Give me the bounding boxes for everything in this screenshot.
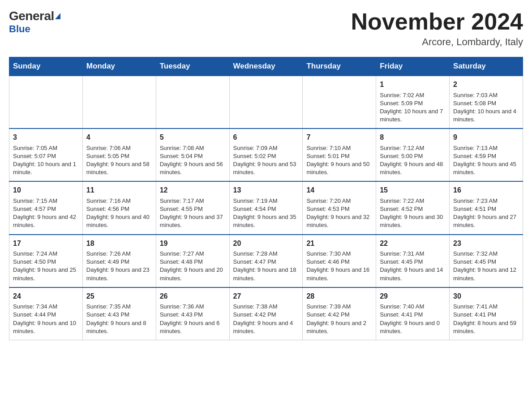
daylight-text: Daylight: 9 hours and 20 minutes. [160, 266, 223, 281]
sunrise-text: Sunrise: 7:23 AM [453, 197, 498, 204]
calendar-cell: 25Sunrise: 7:35 AMSunset: 4:43 PMDayligh… [82, 287, 156, 340]
daylight-text: Daylight: 9 hours and 6 minutes. [160, 320, 220, 334]
header-wednesday: Wednesday [229, 57, 303, 76]
day-number: 4 [86, 133, 152, 142]
calendar-cell: 7Sunrise: 7:10 AMSunset: 5:01 PMDaylight… [303, 128, 376, 181]
sunrise-text: Sunrise: 7:03 AM [453, 92, 498, 98]
day-number: 28 [306, 291, 372, 301]
calendar-cell: 4Sunrise: 7:06 AMSunset: 5:05 PMDaylight… [82, 128, 156, 181]
logo-general-text: General [9, 9, 60, 23]
daylight-text: Daylight: 9 hours and 40 minutes. [86, 214, 150, 228]
day-number: 12 [160, 185, 226, 195]
sunrise-text: Sunrise: 7:19 AM [233, 197, 278, 204]
page-header: General Blue November 2024 Arcore, Lomba… [9, 9, 523, 48]
calendar-cell: 16Sunrise: 7:23 AMSunset: 4:51 PMDayligh… [450, 181, 523, 234]
header-friday: Friday [376, 57, 450, 76]
calendar-week-row: 3Sunrise: 7:05 AMSunset: 5:07 PMDaylight… [9, 128, 523, 181]
sunrise-text: Sunrise: 7:20 AM [306, 197, 351, 204]
sunrise-text: Sunrise: 7:12 AM [380, 145, 424, 151]
calendar-week-row: 10Sunrise: 7:15 AMSunset: 4:57 PMDayligh… [9, 181, 523, 234]
daylight-text: Daylight: 10 hours and 4 minutes. [453, 108, 516, 123]
day-number: 1 [380, 80, 446, 90]
sunset-text: Sunset: 5:08 PM [453, 100, 496, 107]
calendar-cell: 1Sunrise: 7:02 AMSunset: 5:09 PMDaylight… [376, 76, 450, 128]
day-number: 11 [86, 185, 152, 195]
sunrise-text: Sunrise: 7:35 AM [86, 303, 131, 310]
daylight-text: Daylight: 9 hours and 42 minutes. [13, 214, 76, 228]
sunset-text: Sunset: 5:04 PM [160, 153, 203, 159]
day-number: 18 [86, 239, 152, 248]
sunrise-text: Sunrise: 7:36 AM [160, 303, 204, 310]
day-number: 13 [233, 185, 299, 195]
daylight-text: Daylight: 9 hours and 48 minutes. [380, 161, 443, 176]
day-number: 25 [86, 291, 152, 301]
calendar-cell: 30Sunrise: 7:41 AMSunset: 4:41 PMDayligh… [450, 287, 523, 340]
calendar-cell [9, 76, 83, 128]
sunset-text: Sunset: 4:50 PM [13, 258, 56, 265]
daylight-text: Daylight: 9 hours and 4 minutes. [233, 320, 293, 334]
calendar-cell: 13Sunrise: 7:19 AMSunset: 4:54 PMDayligh… [229, 181, 303, 234]
daylight-text: Daylight: 9 hours and 56 minutes. [160, 161, 223, 176]
daylight-text: Daylight: 9 hours and 45 minutes. [453, 161, 516, 176]
header-saturday: Saturday [450, 57, 523, 76]
day-number: 7 [306, 133, 372, 142]
sunset-text: Sunset: 4:45 PM [380, 258, 423, 265]
daylight-text: Daylight: 8 hours and 59 minutes. [453, 320, 516, 334]
calendar-cell: 11Sunrise: 7:16 AMSunset: 4:56 PMDayligh… [82, 181, 156, 234]
daylight-text: Daylight: 9 hours and 53 minutes. [233, 161, 296, 176]
calendar-cell: 28Sunrise: 7:39 AMSunset: 4:42 PMDayligh… [303, 287, 376, 340]
sunset-text: Sunset: 4:42 PM [233, 311, 276, 318]
sunrise-text: Sunrise: 7:10 AM [306, 145, 351, 151]
sunrise-text: Sunrise: 7:38 AM [233, 303, 278, 310]
daylight-text: Daylight: 10 hours and 1 minute. [13, 161, 76, 176]
sunrise-text: Sunrise: 7:02 AM [380, 92, 424, 98]
daylight-text: Daylight: 9 hours and 2 minutes. [306, 320, 366, 334]
day-number: 26 [160, 291, 226, 301]
sunrise-text: Sunrise: 7:08 AM [160, 145, 204, 151]
calendar-cell: 22Sunrise: 7:31 AMSunset: 4:45 PMDayligh… [376, 235, 450, 287]
sunrise-text: Sunrise: 7:30 AM [306, 250, 351, 257]
sunrise-text: Sunrise: 7:27 AM [160, 250, 204, 257]
calendar-cell: 10Sunrise: 7:15 AMSunset: 4:57 PMDayligh… [9, 181, 83, 234]
daylight-text: Daylight: 10 hours and 7 minutes. [380, 108, 443, 123]
daylight-text: Daylight: 9 hours and 12 minutes. [453, 266, 516, 281]
sunrise-text: Sunrise: 7:41 AM [453, 303, 498, 310]
sunset-text: Sunset: 5:00 PM [380, 153, 423, 159]
sunset-text: Sunset: 4:43 PM [86, 311, 129, 318]
calendar-cell: 26Sunrise: 7:36 AMSunset: 4:43 PMDayligh… [156, 287, 229, 340]
calendar-cell: 8Sunrise: 7:12 AMSunset: 5:00 PMDaylight… [376, 128, 450, 181]
sunset-text: Sunset: 4:49 PM [86, 258, 129, 265]
sunrise-text: Sunrise: 7:05 AM [13, 145, 57, 151]
sunrise-text: Sunrise: 7:28 AM [233, 250, 278, 257]
sunset-text: Sunset: 5:02 PM [233, 153, 276, 159]
title-block: November 2024 Arcore, Lombardy, Italy [351, 9, 523, 48]
sunset-text: Sunset: 4:41 PM [380, 311, 423, 318]
daylight-text: Daylight: 9 hours and 27 minutes. [453, 214, 516, 228]
daylight-text: Daylight: 9 hours and 32 minutes. [306, 214, 369, 228]
sunset-text: Sunset: 5:05 PM [86, 153, 129, 159]
day-number: 9 [453, 133, 519, 142]
day-number: 10 [13, 185, 79, 195]
calendar-cell: 15Sunrise: 7:22 AMSunset: 4:52 PMDayligh… [376, 181, 450, 234]
calendar-cell [156, 76, 229, 128]
sunset-text: Sunset: 4:57 PM [13, 206, 56, 212]
calendar-cell: 20Sunrise: 7:28 AMSunset: 4:47 PMDayligh… [229, 235, 303, 287]
daylight-text: Daylight: 9 hours and 23 minutes. [86, 266, 150, 281]
calendar-cell: 14Sunrise: 7:20 AMSunset: 4:53 PMDayligh… [303, 181, 376, 234]
calendar-cell: 2Sunrise: 7:03 AMSunset: 5:08 PMDaylight… [450, 76, 523, 128]
sunrise-text: Sunrise: 7:15 AM [13, 197, 57, 204]
day-number: 21 [306, 239, 372, 248]
day-number: 27 [233, 291, 299, 301]
daylight-text: Daylight: 9 hours and 16 minutes. [306, 266, 369, 281]
sunrise-text: Sunrise: 7:31 AM [380, 250, 424, 257]
sunrise-text: Sunrise: 7:34 AM [13, 303, 57, 310]
calendar-cell: 5Sunrise: 7:08 AMSunset: 5:04 PMDaylight… [156, 128, 229, 181]
daylight-text: Daylight: 9 hours and 30 minutes. [380, 214, 443, 228]
sunrise-text: Sunrise: 7:32 AM [453, 250, 498, 257]
calendar-cell [229, 76, 303, 128]
header-monday: Monday [82, 57, 156, 76]
day-number: 22 [380, 239, 446, 248]
location-subtitle: Arcore, Lombardy, Italy [351, 36, 523, 48]
calendar-cell: 27Sunrise: 7:38 AMSunset: 4:42 PMDayligh… [229, 287, 303, 340]
sunset-text: Sunset: 4:47 PM [233, 258, 276, 265]
